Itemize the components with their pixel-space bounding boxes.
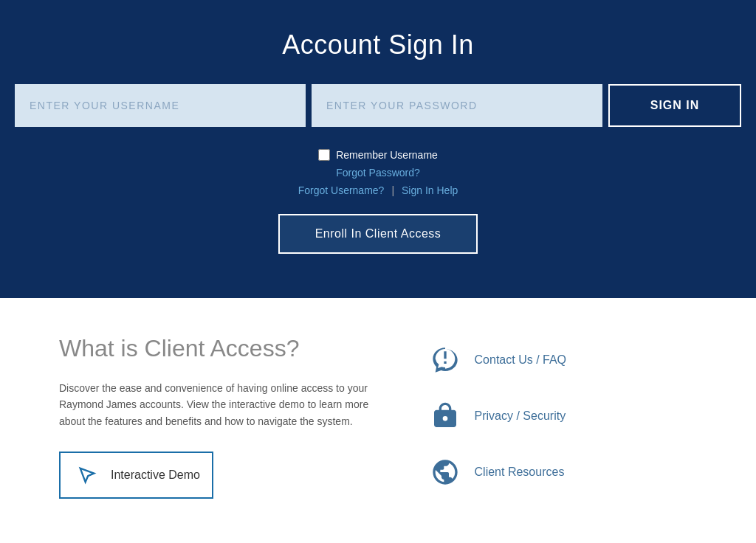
demo-label: Interactive Demo [111,468,200,482]
content-section: What is Client Access? Discover the ease… [0,298,756,536]
lock-icon [427,398,463,434]
right-content: Contact Us / FAQ Privacy / Security Clie… [427,335,697,490]
forgot-password-row: Forgot Password? [336,167,420,179]
list-item[interactable]: Contact Us / FAQ [427,342,697,378]
page-title: Account Sign In [282,30,474,60]
username-input[interactable] [15,84,306,127]
section-description: Discover the ease and convenience of hav… [59,380,383,429]
link-divider: | [391,184,394,196]
globe-icon [427,454,463,490]
signin-options: Remember Username Forgot Password? Forgo… [298,149,458,196]
signin-section: Account Sign In SIGN IN Remember Usernam… [0,0,756,298]
contact-us-faq-link[interactable]: Contact Us / FAQ [475,353,566,367]
forgot-password-link[interactable]: Forgot Password? [336,167,420,179]
section-title: What is Client Access? [59,335,383,362]
password-input[interactable] [312,84,602,127]
signin-help-link[interactable]: Sign In Help [402,184,458,196]
cursor-icon [72,460,102,490]
forgot-username-row: Forgot Username? | Sign In Help [298,184,458,196]
client-resources-link[interactable]: Client Resources [475,466,565,479]
interactive-demo-button[interactable]: Interactive Demo [59,452,213,499]
forgot-username-link[interactable]: Forgot Username? [298,184,385,196]
left-content: What is Client Access? Discover the ease… [59,335,383,499]
signin-button[interactable]: SIGN IN [608,84,741,127]
chat-icon [427,342,463,378]
remember-username-label: Remember Username [336,149,438,161]
list-item[interactable]: Privacy / Security [427,398,697,434]
privacy-security-link[interactable]: Privacy / Security [475,409,566,423]
signin-form-row: SIGN IN [15,84,741,127]
list-item[interactable]: Client Resources [427,454,697,490]
remember-username-checkbox[interactable] [318,149,330,161]
enroll-button[interactable]: Enroll In Client Access [278,214,478,254]
remember-row: Remember Username [318,149,438,161]
